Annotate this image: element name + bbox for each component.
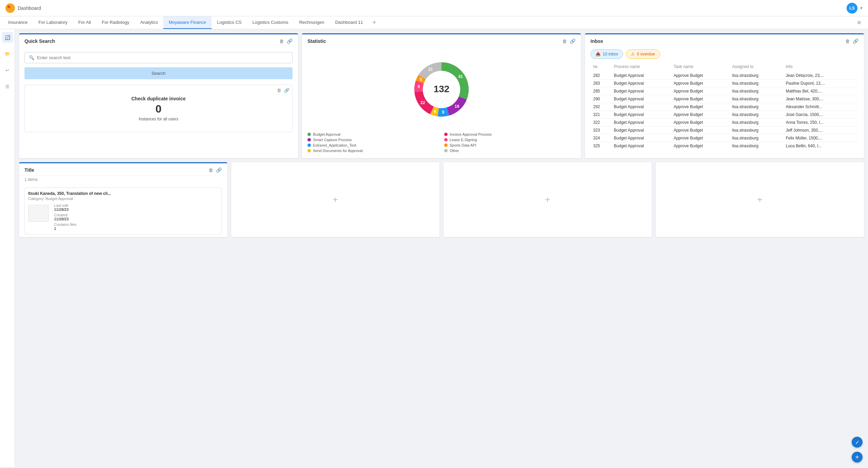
table-row[interactable]: 324Budget ApprovalApprove Budgetlisa.str… bbox=[590, 134, 858, 142]
sidebar-icon-1[interactable]: 📁 bbox=[2, 48, 13, 59]
duplicate-link-icon[interactable]: 🔗 bbox=[284, 88, 289, 93]
duplicate-delete-icon[interactable]: 🗑 bbox=[277, 88, 281, 93]
title-widget-actions: 🗑 🔗 bbox=[208, 167, 222, 173]
statistic-delete-icon[interactable]: 🗑 bbox=[562, 38, 567, 44]
table-row[interactable]: 292Budget ApprovalApprove Budgetlisa.str… bbox=[590, 103, 858, 111]
tab-analytics[interactable]: Analytics bbox=[135, 16, 163, 29]
search-button[interactable]: Search bbox=[24, 67, 293, 79]
quick-search-actions: 🗑 🔗 bbox=[279, 38, 293, 44]
add-content-icon-4[interactable]: + bbox=[757, 194, 763, 205]
link-icon[interactable]: 🔗 bbox=[287, 38, 293, 44]
legend-dot bbox=[307, 138, 311, 141]
inbox-tab-0-overdue[interactable]: ⚠0 overdue bbox=[626, 49, 660, 59]
inbox-widget: Inbox 🗑 🔗 📥10 inbox⚠0 overdue №Process n… bbox=[585, 33, 864, 158]
statistic-header: Statistic 🗑 🔗 bbox=[302, 34, 581, 47]
tab-dashboard-11[interactable]: Dashboard 11 bbox=[330, 16, 368, 29]
table-row[interactable]: 325Budget ApprovalApprove Budgetlisa.str… bbox=[590, 142, 858, 150]
quick-search-body: 🔍 Search bbox=[19, 47, 298, 85]
tab-for-radiology[interactable]: For Radiology bbox=[96, 16, 135, 29]
svg-text:19: 19 bbox=[455, 104, 460, 109]
statistic-actions: 🗑 🔗 bbox=[562, 38, 575, 44]
inbox-table: №Process nameTask nameAssigned toInfo 28… bbox=[590, 63, 858, 150]
title-card-thumbnail bbox=[28, 205, 49, 222]
tab-logistics-customs[interactable]: Logistics Customs bbox=[247, 16, 294, 29]
inbox-actions: 🗑 🔗 bbox=[845, 38, 858, 44]
topbar: Dashboard LS ▾ bbox=[0, 0, 868, 16]
avatar[interactable]: LS bbox=[847, 3, 857, 14]
legend-item: Extranet_Application_Test bbox=[307, 143, 439, 147]
legend-dot bbox=[444, 133, 448, 136]
duplicate-count: 0 bbox=[155, 103, 162, 115]
inbox-link-icon[interactable]: 🔗 bbox=[853, 38, 858, 44]
svg-text:41: 41 bbox=[458, 74, 463, 79]
duplicate-section-wrapper: 🗑 🔗 Check duplicate invoice 0 Instances … bbox=[19, 85, 298, 138]
inbox-tab-10-inbox[interactable]: 📥10 inbox bbox=[590, 49, 623, 59]
tab-rechnungen[interactable]: Rechnungen bbox=[294, 16, 330, 29]
legend-dot bbox=[307, 133, 311, 136]
title-widget-title: Title bbox=[24, 167, 34, 173]
table-row[interactable]: 323Budget ApprovalApprove Budgetlisa.str… bbox=[590, 127, 858, 134]
tab-settings-icon[interactable]: ⚙ bbox=[853, 17, 865, 28]
inbox-body: 📥10 inbox⚠0 overdue №Process nameTask na… bbox=[585, 47, 864, 155]
title-card-title: Itsuki Kaneda, 350, Translation of new c… bbox=[28, 191, 218, 196]
table-row[interactable]: 282Budget ApprovalApprove Budgetlisa.str… bbox=[590, 72, 858, 80]
add-content-icon-3[interactable]: + bbox=[545, 194, 550, 205]
dropdown-chevron-icon[interactable]: ▾ bbox=[860, 5, 863, 11]
svg-text:5: 5 bbox=[420, 77, 422, 82]
table-row[interactable]: 321Budget ApprovalApprove Budgetlisa.str… bbox=[590, 111, 858, 119]
title-link-icon[interactable]: 🔗 bbox=[216, 167, 222, 173]
table-row[interactable]: 285Budget ApprovalApprove Budgetlisa.str… bbox=[590, 87, 858, 95]
table-row[interactable]: 283Budget ApprovalApprove Budgetlisa.str… bbox=[590, 80, 858, 87]
tab-moyaware-finance[interactable]: Moyaware Finance bbox=[163, 16, 212, 29]
legend-item: Sports Data API bbox=[444, 143, 575, 147]
statistic-title: Statistic bbox=[307, 38, 326, 44]
quick-search-title: Quick Search bbox=[24, 38, 55, 44]
app-logo bbox=[5, 3, 15, 13]
sidebar-icon-3[interactable]: ☰ bbox=[2, 81, 13, 92]
sidebar-icon-0[interactable]: 🔄 bbox=[2, 32, 13, 43]
inbox-col-task-name: Task name bbox=[671, 63, 729, 72]
statistic-link-icon[interactable]: 🔗 bbox=[570, 38, 575, 44]
add-tab-button[interactable]: + bbox=[368, 16, 380, 29]
svg-text:9: 9 bbox=[442, 110, 444, 115]
title-card: Itsuki Kaneda, 350, Translation of new c… bbox=[24, 187, 222, 234]
top-row: Quick Search 🗑 🔗 🔍 Search bbox=[19, 33, 864, 158]
inbox-col-process-name: Process name bbox=[611, 63, 671, 72]
tab-for-laboratory[interactable]: For Laboratory bbox=[33, 16, 73, 29]
statistic-body: 411996229521132 Budget ApprovalInvoice A… bbox=[302, 47, 581, 158]
tabs-bar: InsuranceFor LaboratoryFor AllFor Radiol… bbox=[0, 16, 868, 29]
duplicate-actions: 🗑 🔗 bbox=[277, 88, 289, 93]
legend-item: Lease E-Signing bbox=[444, 138, 575, 142]
search-icon: 🔍 bbox=[29, 55, 34, 60]
delete-icon[interactable]: 🗑 bbox=[279, 38, 284, 44]
inbox-col-assigned-to: Assigned to bbox=[730, 63, 783, 72]
donut-svg: 411996229521132 bbox=[404, 52, 479, 127]
last-edit-label: Last edit bbox=[54, 203, 68, 207]
confirm-fab-button[interactable]: ✓ bbox=[852, 437, 863, 448]
search-input[interactable] bbox=[37, 55, 288, 60]
table-row[interactable]: 290Budget ApprovalApprove Budgetlisa.str… bbox=[590, 95, 858, 103]
legend-dot bbox=[307, 149, 311, 152]
add-fab-button[interactable]: + bbox=[852, 452, 863, 463]
tab-logistics-cs[interactable]: Logistics CS bbox=[212, 16, 247, 29]
duplicate-subtitle: Instances for all users bbox=[139, 117, 179, 121]
topbar-right: LS ▾ bbox=[847, 3, 863, 14]
inbox-delete-icon[interactable]: 🗑 bbox=[845, 38, 850, 44]
duplicate-section: 🗑 🔗 Check duplicate invoice 0 Instances … bbox=[24, 85, 293, 132]
svg-text:9: 9 bbox=[418, 84, 420, 89]
title-card-category: Category: Budget Approval bbox=[28, 197, 218, 201]
duplicate-title: Check duplicate invoice bbox=[131, 96, 186, 101]
legend-dot bbox=[444, 138, 448, 141]
sidebar-icon-2[interactable]: ↩ bbox=[2, 65, 13, 76]
table-row[interactable]: 322Budget ApprovalApprove Budgetlisa.str… bbox=[590, 119, 858, 127]
topbar-title: Dashboard bbox=[18, 5, 41, 11]
svg-text:21: 21 bbox=[428, 67, 433, 72]
tab-for-all[interactable]: For All bbox=[73, 16, 96, 29]
tab-insurance[interactable]: Insurance bbox=[3, 16, 33, 29]
add-content-icon-2[interactable]: + bbox=[333, 194, 338, 205]
svg-text:132: 132 bbox=[434, 84, 450, 94]
legend-dot bbox=[307, 144, 311, 147]
title-delete-icon[interactable]: 🗑 bbox=[208, 167, 213, 173]
inbox-filter-tabs: 📥10 inbox⚠0 overdue bbox=[590, 49, 858, 59]
title-card-info: Last edit11/28/23 Created11/28/23 Contai… bbox=[54, 203, 77, 231]
